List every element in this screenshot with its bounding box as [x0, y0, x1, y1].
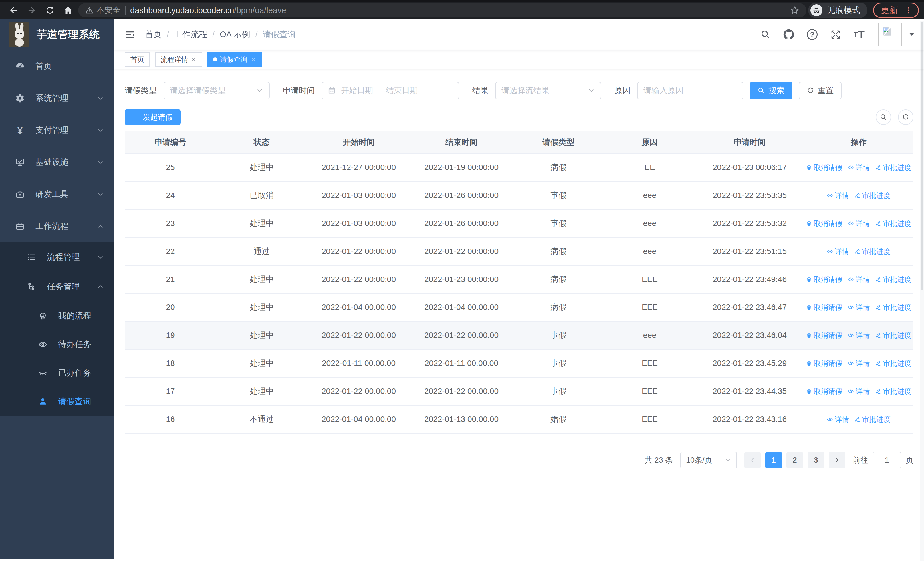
tag-leave-query[interactable]: 请假查询 — [207, 52, 262, 67]
browser-forward-button[interactable] — [23, 2, 40, 18]
browser-reload-button[interactable] — [42, 2, 58, 18]
search-button[interactable]: 搜索 — [750, 82, 792, 99]
browser-update-menu[interactable]: 更新 — [873, 3, 919, 18]
leave-type-select[interactable]: 请选择请假类型 — [164, 82, 270, 99]
result-select[interactable]: 请选择流结果 — [495, 82, 601, 99]
cancel-leave-link[interactable]: 取消请假 — [806, 219, 842, 228]
pen-icon — [875, 304, 881, 310]
detail-link[interactable]: 详情 — [848, 359, 870, 368]
detail-link[interactable]: 详情 — [848, 275, 870, 284]
toolbox-icon — [15, 189, 25, 199]
detail-link[interactable]: 详情 — [827, 247, 849, 256]
header-search-button[interactable] — [760, 29, 771, 40]
next-page-button[interactable] — [829, 452, 845, 468]
chevron-down-icon — [256, 87, 263, 94]
security-indicator[interactable]: 不安全 — [85, 5, 120, 16]
breadcrumb-home[interactable]: 首页 — [145, 29, 162, 40]
sidebar-item-my-process[interactable]: 我的流程 — [0, 302, 114, 330]
cancel-leave-link[interactable]: 取消请假 — [806, 275, 842, 284]
sidebar-collapse-button[interactable] — [124, 29, 136, 40]
sidebar-item-system[interactable]: 系统管理 — [0, 82, 114, 114]
cancel-leave-link[interactable]: 取消请假 — [806, 163, 842, 172]
close-icon[interactable] — [250, 57, 256, 62]
tag-process-detail[interactable]: 流程详情 — [155, 52, 202, 67]
approval-progress-link[interactable]: 审批进度 — [875, 387, 912, 396]
toggle-search-button[interactable] — [876, 110, 891, 125]
approval-progress-link[interactable]: 审批进度 — [875, 359, 912, 368]
table-header-row: 申请编号 状态 开始时间 结束时间 请假类型 原因 申请时间 操作 — [125, 131, 914, 154]
yen-icon: ¥ — [15, 125, 25, 135]
trash-icon — [806, 360, 812, 367]
detail-link[interactable]: 详情 — [827, 415, 849, 424]
fullscreen-button[interactable] — [830, 29, 841, 40]
page-url: dashboard.yudao.iocoder.cn/bpm/oa/leave — [130, 6, 286, 15]
cancel-leave-link[interactable]: 取消请假 — [806, 387, 842, 396]
page-button-3[interactable]: 3 — [808, 452, 824, 468]
detail-link[interactable]: 详情 — [848, 331, 870, 340]
tag-home[interactable]: 首页 — [125, 52, 150, 67]
caret-down-icon — [908, 31, 915, 38]
help-button[interactable]: ? — [807, 29, 818, 40]
trash-icon — [806, 388, 812, 394]
pen-icon — [875, 220, 881, 227]
detail-link[interactable]: 详情 — [827, 191, 849, 200]
sidebar-item-done-tasks[interactable]: 已办任务 — [0, 359, 114, 387]
sidebar-item-workflow[interactable]: 工作流程 — [0, 210, 114, 242]
close-icon[interactable] — [191, 57, 196, 62]
breadcrumb-current: 请假查询 — [263, 29, 296, 40]
cancel-leave-link[interactable]: 取消请假 — [806, 303, 842, 312]
font-size-button[interactable]: TT — [854, 29, 865, 41]
approval-progress-link[interactable]: 审批进度 — [854, 247, 891, 256]
sidebar-item-devtools[interactable]: 研发工具 — [0, 178, 114, 210]
approval-progress-link[interactable]: 审批进度 — [875, 163, 912, 172]
sidebar-item-infra[interactable]: 基础设施 — [0, 146, 114, 178]
user-avatar[interactable] — [878, 23, 902, 46]
page-button-2[interactable]: 2 — [786, 452, 803, 468]
approval-progress-link[interactable]: 审批进度 — [875, 275, 912, 284]
trash-icon — [806, 276, 812, 283]
breadcrumb-workflow[interactable]: 工作流程 — [174, 29, 207, 40]
sidebar-item-home[interactable]: 首页 — [0, 50, 114, 82]
sidebar-item-leave-query[interactable]: 请假查询 — [0, 387, 114, 416]
avatar-dropdown-button[interactable] — [908, 31, 915, 38]
breadcrumb-oa[interactable]: OA 示例 — [220, 29, 250, 40]
address-bar[interactable]: 不安全 dashboard.yudao.iocoder.cn/bpm/oa/le… — [78, 3, 806, 17]
pen-icon — [875, 276, 881, 283]
page-scrollbar[interactable] — [920, 21, 924, 561]
goto-page-input[interactable] — [873, 452, 901, 468]
kebab-menu-icon[interactable] — [904, 6, 913, 15]
browser-home-button[interactable] — [60, 2, 76, 18]
bookmark-star-button[interactable] — [790, 5, 800, 15]
sidebar-item-task-mgmt[interactable]: 任务管理 — [0, 272, 114, 302]
detail-link[interactable]: 详情 — [848, 303, 870, 312]
apply-time-range-picker[interactable]: 开始日期 - 结束日期 — [322, 82, 459, 99]
breadcrumb: 首页 / 工作流程 / OA 示例 / 请假查询 — [145, 29, 296, 40]
approval-progress-link[interactable]: 审批进度 — [854, 191, 891, 200]
app-logo[interactable]: 芋道管理系统 — [0, 19, 114, 50]
refresh-icon — [902, 113, 909, 121]
page-button-1[interactable]: 1 — [765, 452, 782, 468]
reason-input[interactable] — [644, 86, 737, 95]
github-link[interactable] — [783, 29, 794, 40]
approval-progress-link[interactable]: 审批进度 — [875, 219, 912, 228]
browser-toolbar: 不安全 dashboard.yudao.iocoder.cn/bpm/oa/le… — [0, 0, 924, 19]
browser-back-button[interactable] — [5, 2, 22, 18]
cancel-leave-link[interactable]: 取消请假 — [806, 359, 842, 368]
leave-table: 申请编号 状态 开始时间 结束时间 请假类型 原因 申请时间 操作 25处理中 … — [125, 131, 914, 434]
prev-page-button[interactable] — [744, 452, 761, 468]
detail-link[interactable]: 详情 — [848, 219, 870, 228]
detail-link[interactable]: 详情 — [848, 387, 870, 396]
approval-progress-link[interactable]: 审批进度 — [875, 331, 912, 340]
approval-progress-link[interactable]: 审批进度 — [854, 415, 891, 424]
sidebar-item-process-mgmt[interactable]: 流程管理 — [0, 242, 114, 272]
reset-button[interactable]: 重置 — [799, 82, 842, 99]
approval-progress-link[interactable]: 审批进度 — [875, 303, 912, 312]
trash-icon — [806, 164, 812, 170]
detail-link[interactable]: 详情 — [848, 163, 870, 172]
sidebar-item-todo-tasks[interactable]: 待办任务 — [0, 330, 114, 359]
create-leave-button[interactable]: 发起请假 — [125, 109, 181, 125]
cancel-leave-link[interactable]: 取消请假 — [806, 331, 842, 340]
refresh-table-button[interactable] — [898, 110, 914, 125]
sidebar-item-payment[interactable]: ¥ 支付管理 — [0, 114, 114, 146]
page-size-select[interactable]: 10条/页 — [680, 452, 737, 468]
